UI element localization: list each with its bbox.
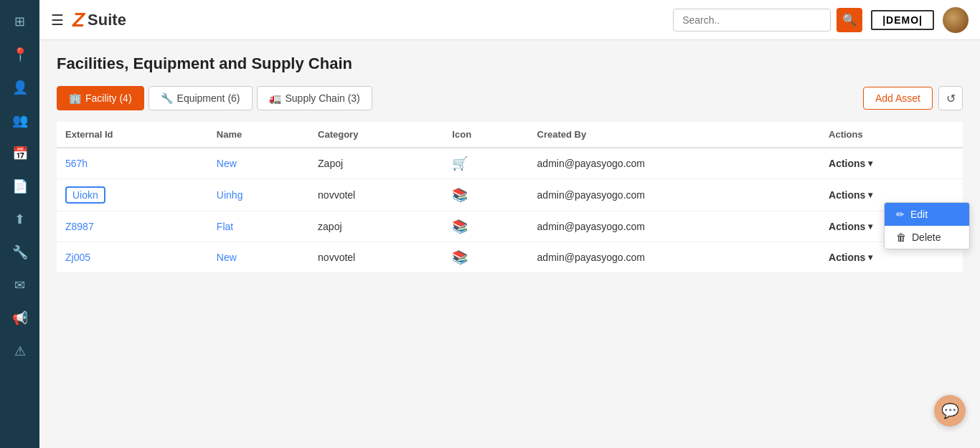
icon-cell: 📚 xyxy=(452,188,468,202)
table-row: Zj005 New novvotel 📚 admin@payasyogo.com… xyxy=(57,242,963,273)
document-icon[interactable]: 📄 xyxy=(6,172,34,201)
upload-icon[interactable]: ⬆ xyxy=(6,205,34,234)
created-by-cell: admin@payasyogo.com xyxy=(529,211,820,242)
delete-icon: 🗑 xyxy=(896,232,906,243)
name-link[interactable]: Flat xyxy=(217,221,233,232)
facility-tab-label: Facility (4) xyxy=(85,92,132,104)
tab-facility[interactable]: 🏢 Facility (4) xyxy=(57,86,144,110)
created-by-cell: admin@payasyogo.com xyxy=(529,242,820,273)
toolbar-row: 🏢 Facility (4) 🔧 Equipment (6) 🚛 Supply … xyxy=(57,86,963,110)
category-cell: zapoj xyxy=(309,211,443,242)
app-logo: Z Suite xyxy=(72,9,126,32)
main-wrapper: ☰ Z Suite 🔍 |DEMO| Facilities, Equipment… xyxy=(39,0,980,448)
external-id-link[interactable]: Z8987 xyxy=(65,221,94,232)
created-by-cell: admin@payasyogo.com xyxy=(529,148,820,179)
table-row: Z8987 Flat zapoj 📚 admin@payasyogo.com A… xyxy=(57,211,963,242)
chat-fab[interactable]: 💬 xyxy=(934,395,966,426)
user-avatar[interactable] xyxy=(943,7,969,33)
tab-supply-chain[interactable]: 🚛 Supply Chain (3) xyxy=(257,86,372,110)
topnav: ☰ Z Suite 🔍 |DEMO| xyxy=(39,0,980,40)
table-row: 567h New Zapoj 🛒 admin@payasyogo.com Act… xyxy=(57,148,963,179)
created-by-cell: admin@payasyogo.com xyxy=(529,179,820,211)
actions-button-row1[interactable]: Actions xyxy=(829,158,872,169)
col-actions: Actions xyxy=(820,122,963,148)
supply-chain-tab-icon: 🚛 xyxy=(269,92,281,104)
actions-button-row2[interactable]: Actions xyxy=(829,189,872,201)
logo-suite: Suite xyxy=(88,11,126,29)
people-icon[interactable]: 👤 xyxy=(6,73,34,102)
dashboard-icon[interactable]: ⊞ xyxy=(6,7,34,36)
search-button[interactable]: 🔍 xyxy=(837,8,862,32)
group-icon[interactable]: 👥 xyxy=(6,106,34,135)
hamburger-icon[interactable]: ☰ xyxy=(51,11,64,29)
tools-icon[interactable]: 🔧 xyxy=(6,238,34,267)
mail-icon[interactable]: ✉ xyxy=(6,271,34,300)
equipment-tab-icon: 🔧 xyxy=(161,92,173,104)
name-link[interactable]: Uinhg xyxy=(217,189,243,201)
col-icon: Icon xyxy=(443,122,528,148)
delete-menu-item[interactable]: 🗑 Delete xyxy=(885,226,969,249)
warning-icon[interactable]: ⚠ xyxy=(6,337,34,366)
name-link[interactable]: New xyxy=(217,158,237,169)
delete-label: Delete xyxy=(912,232,941,243)
col-external-id: External Id xyxy=(57,122,208,148)
top-right-actions: Add Asset ↺ xyxy=(863,86,963,110)
refresh-button[interactable]: ↺ xyxy=(938,86,963,110)
category-cell: novvotel xyxy=(309,179,443,211)
name-link[interactable]: New xyxy=(217,252,237,263)
icon-cell: 📚 xyxy=(452,250,468,264)
icon-cell: 📚 xyxy=(452,219,468,234)
data-table: External Id Name Category Icon Created B… xyxy=(57,122,963,273)
external-id-link[interactable]: Zj005 xyxy=(65,252,90,263)
logo-z: Z xyxy=(72,9,85,32)
table-row: Uiokn Uinhg novvotel 📚 admin@payasyogo.c… xyxy=(57,179,963,211)
edit-label: Edit xyxy=(910,209,928,220)
megaphone-icon[interactable]: 📢 xyxy=(6,304,34,333)
search-input[interactable] xyxy=(673,9,831,32)
category-cell: novvotel xyxy=(309,242,443,273)
actions-dropdown: ✏ Edit 🗑 Delete xyxy=(884,202,970,249)
add-asset-button[interactable]: Add Asset xyxy=(863,87,933,110)
edit-menu-item[interactable]: ✏ Edit xyxy=(885,203,969,226)
sidebar: ⊞ 📍 👤 👥 📅 📄 ⬆ 🔧 ✉ 📢 ⚠ xyxy=(0,0,39,448)
external-id-highlighted: Uiokn xyxy=(65,186,105,204)
calendar-icon[interactable]: 📅 xyxy=(6,139,34,168)
category-cell: Zapoj xyxy=(309,148,443,179)
location-icon[interactable]: 📍 xyxy=(6,40,34,69)
col-created-by: Created By xyxy=(529,122,820,148)
tab-equipment[interactable]: 🔧 Equipment (6) xyxy=(149,86,253,110)
edit-icon: ✏ xyxy=(896,209,905,220)
content-area: Facilities, Equipment and Supply Chain 🏢… xyxy=(39,40,980,448)
facility-tab-icon: 🏢 xyxy=(69,92,81,104)
demo-badge: |DEMO| xyxy=(871,10,934,30)
actions-button-row4[interactable]: Actions xyxy=(829,252,872,263)
icon-cell: 🛒 xyxy=(452,156,468,171)
external-id-link[interactable]: 567h xyxy=(65,158,88,169)
supply-chain-tab-label: Supply Chain (3) xyxy=(286,92,360,104)
col-name: Name xyxy=(208,122,309,148)
tabs: 🏢 Facility (4) 🔧 Equipment (6) 🚛 Supply … xyxy=(57,86,372,110)
col-category: Category xyxy=(309,122,443,148)
page-title: Facilities, Equipment and Supply Chain xyxy=(57,54,963,73)
actions-button-row3[interactable]: Actions xyxy=(829,221,872,232)
equipment-tab-label: Equipment (6) xyxy=(177,92,240,104)
